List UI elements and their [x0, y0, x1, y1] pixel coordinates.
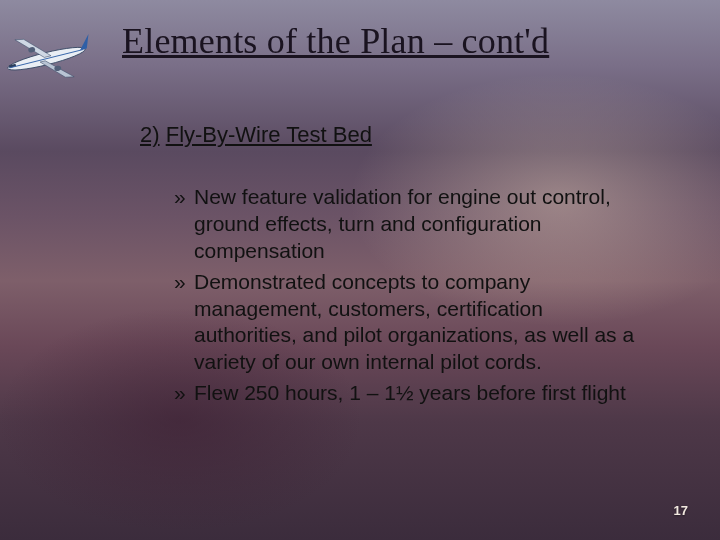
- section-number: 2): [140, 122, 160, 147]
- slide-title: Elements of the Plan – cont'd: [122, 20, 682, 62]
- bullet-list: New feature validation for engine out co…: [174, 184, 644, 411]
- left-decorative-strip: [0, 0, 94, 540]
- section-label: Fly-By-Wire Test Bed: [166, 122, 372, 147]
- list-item: New feature validation for engine out co…: [174, 184, 644, 265]
- svg-line-4: [9, 49, 83, 67]
- airplane-icon: [0, 20, 98, 94]
- list-item: Demonstrated concepts to company managem…: [174, 269, 644, 377]
- slide: Elements of the Plan – cont'd 2) Fly-By-…: [0, 0, 720, 540]
- section-heading: 2) Fly-By-Wire Test Bed: [140, 122, 372, 148]
- svg-point-2: [28, 46, 36, 53]
- page-number: 17: [674, 503, 688, 518]
- svg-point-0: [6, 43, 86, 74]
- svg-point-3: [54, 65, 62, 72]
- svg-rect-1: [9, 64, 16, 68]
- list-item: Flew 250 hours, 1 – 1½ years before firs…: [174, 380, 644, 407]
